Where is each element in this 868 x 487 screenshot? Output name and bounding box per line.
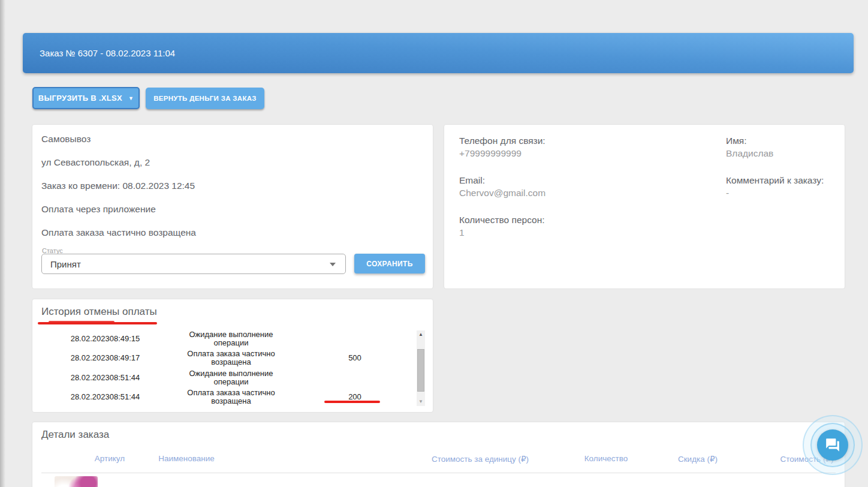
history-date: 28.02.202308:51:44 xyxy=(41,374,169,382)
order-details-title: Детали заказа xyxy=(41,429,109,441)
order-time-text: Заказ ко времени: 08.02.2023 12:45 xyxy=(41,181,196,191)
email-label: Email: xyxy=(459,174,545,187)
chat-pulse-ring-inner xyxy=(810,423,855,467)
email-group: Email: Chervov@gmail.com xyxy=(459,174,545,199)
scroll-down-icon[interactable]: ▼ xyxy=(417,398,425,406)
customer-column-right: Имя: Владислав Комментарий к заказу: - xyxy=(726,134,824,214)
table-row: 28.02.202308:49:15 Ожидание выполнение о… xyxy=(41,330,417,347)
history-operation: Ожидание выполнение операции xyxy=(169,369,293,386)
chat-pulse-ring-outer xyxy=(803,415,863,475)
chat-bubbles-icon xyxy=(825,437,840,453)
name-value: Владислав xyxy=(726,147,824,160)
order-title: Заказ № 6307 - 08.02.2023 11:04 xyxy=(40,48,175,58)
export-xlsx-label: ВЫГРУЗИТЬ В .XLSX xyxy=(38,94,122,103)
history-scrollbar[interactable]: ▲ ▼ xyxy=(417,330,425,406)
payment-history-table: 28.02.202308:49:15 Ожидание выполнение о… xyxy=(41,330,425,406)
history-operation: Ожидание выполнение операции xyxy=(169,330,293,347)
history-date: 28.02.202308:51:44 xyxy=(41,393,169,401)
column-header-discount: Скидка (₽) xyxy=(678,454,718,464)
column-header-sku: Артикул xyxy=(95,454,125,463)
order-info-lines: Самовывоз ул Севастопольская, д, 2 Заказ… xyxy=(41,134,196,251)
column-header-name: Наименование xyxy=(158,454,215,463)
name-label: Имя: xyxy=(726,134,824,147)
persons-value: 1 xyxy=(459,226,545,239)
annotation-underline-title xyxy=(38,322,157,324)
product-image xyxy=(55,476,98,487)
name-group: Имя: Владислав xyxy=(726,134,824,160)
history-date: 28.02.202308:49:17 xyxy=(41,354,169,362)
save-button[interactable]: СОХРАНИТЬ xyxy=(354,254,425,273)
customer-column-left: Телефон для связи: +79999999999 Email: C… xyxy=(459,134,545,253)
history-operation: Оплата заказа частично возращена xyxy=(169,389,293,405)
chat-fab-wrapper xyxy=(803,415,863,475)
history-amount: 500 xyxy=(293,354,417,362)
delivery-type-text: Самовывоз xyxy=(41,134,196,144)
scroll-up-icon[interactable]: ▲ xyxy=(417,330,425,339)
column-header-quantity: Количество xyxy=(584,454,628,463)
comment-value: - xyxy=(726,187,824,199)
persons-group: Количество персон: 1 xyxy=(459,214,545,239)
refund-label: ВЕРНУТЬ ДЕНЬГИ ЗА ЗАКАЗ xyxy=(153,95,257,102)
header-divider xyxy=(41,473,836,473)
address-text: ул Севастопольская, д, 2 xyxy=(41,158,196,167)
refund-order-button[interactable]: ВЕРНУТЬ ДЕНЬГИ ЗА ЗАКАЗ xyxy=(146,88,264,109)
chat-button[interactable] xyxy=(817,429,848,461)
chevron-down-icon: ▼ xyxy=(128,95,134,101)
status-select[interactable]: Принят xyxy=(41,254,346,274)
scrollbar-thumb[interactable] xyxy=(417,349,424,392)
phone-value: +79999999999 xyxy=(459,147,545,160)
phone-label: Телефон для связи: xyxy=(459,134,545,147)
order-details-panel: Детали заказа Артикул Наименование Стоим… xyxy=(32,422,845,487)
page-left-edge-shadow xyxy=(0,0,5,487)
comment-group: Комментарий к заказу: - xyxy=(726,174,824,199)
history-operation: Оплата заказа частично возращена xyxy=(169,350,293,366)
order-header-bar: Заказ № 6307 - 08.02.2023 11:04 xyxy=(23,33,854,73)
annotation-underline-amount xyxy=(324,401,380,403)
payment-status-text: Оплата заказа частично возращена xyxy=(41,228,196,238)
table-row: 28.02.202308:51:44 Ожидание выполнение о… xyxy=(41,369,417,386)
column-header-unit-price: Стоимость за единицу (₽) xyxy=(432,454,529,464)
persons-label: Количество персон: xyxy=(459,214,545,226)
comment-label: Комментарий к заказу: xyxy=(726,174,824,187)
status-selected-value: Принят xyxy=(50,259,81,269)
export-xlsx-button[interactable]: ВЫГРУЗИТЬ В .XLSX ▼ xyxy=(32,87,140,109)
payment-method-text: Оплата через приложение xyxy=(41,205,196,214)
order-details-header-row: Артикул Наименование Стоимость за единиц… xyxy=(32,454,845,465)
order-info-panel: Самовывоз ул Севастопольская, д, 2 Заказ… xyxy=(32,124,433,289)
customer-info-panel: Телефон для связи: +79999999999 Email: C… xyxy=(444,124,845,289)
chevron-down-icon xyxy=(330,263,336,266)
table-row: 28.02.202308:49:17 Оплата заказа частичн… xyxy=(41,347,417,369)
payment-history-panel: История отмены оплаты 28.02.202308:49:15… xyxy=(32,299,433,413)
payment-history-title: История отмены оплаты xyxy=(41,306,157,318)
email-value: Chervov@gmail.com xyxy=(459,187,545,199)
history-date: 28.02.202308:49:15 xyxy=(41,335,169,343)
history-amount: 200 xyxy=(293,393,417,401)
phone-group: Телефон для связи: +79999999999 xyxy=(459,134,545,160)
